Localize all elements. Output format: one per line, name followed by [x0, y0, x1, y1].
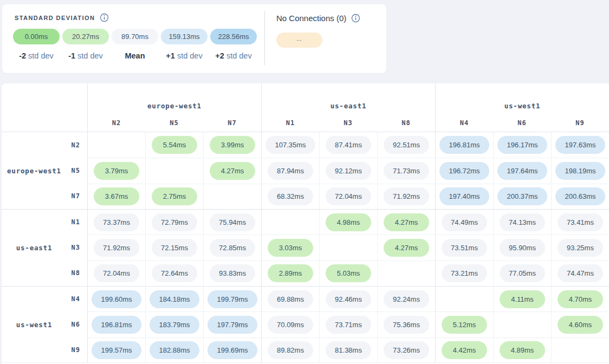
latency-pill[interactable]: 69.88ms [268, 290, 313, 308]
std-dev-label: +1 std dev [166, 51, 202, 60]
latency-pill[interactable]: 182.88ms [150, 341, 199, 359]
latency-pill[interactable]: 71.73ms [384, 162, 429, 180]
latency-pill[interactable]: 87.41ms [326, 136, 371, 154]
row-header: us-east1N3 [2, 235, 87, 260]
std-dev-value-pill: 228.56ms [210, 29, 257, 44]
latency-pill[interactable]: 199.60ms [92, 290, 141, 308]
latency-cell: 199.79ms [203, 286, 261, 311]
latency-pill[interactable]: 73.41ms [558, 213, 603, 231]
latency-pill[interactable]: 72.15ms [152, 239, 197, 257]
latency-pill[interactable]: 197.64ms [497, 162, 547, 180]
latency-pill[interactable]: 3.99ms [210, 136, 255, 154]
latency-pill[interactable]: 73.26ms [384, 341, 429, 359]
latency-pill[interactable]: 92.51ms [384, 136, 429, 154]
latency-pill[interactable]: 107.35ms [265, 136, 315, 154]
row-region-label: us-east1 [2, 244, 67, 252]
latency-pill[interactable]: 93.25ms [558, 239, 603, 257]
latency-pill[interactable]: 184.18ms [150, 290, 199, 308]
latency-pill[interactable]: 196.17ms [497, 136, 547, 154]
latency-pill[interactable]: 87.94ms [268, 162, 313, 180]
latency-pill[interactable]: 197.63ms [555, 136, 605, 154]
self-latency-cell [203, 184, 261, 209]
std-dev-value-pill: 89.70ms [112, 29, 158, 44]
latency-pill[interactable]: 199.69ms [208, 341, 257, 359]
latency-pill[interactable]: 4.27ms [384, 213, 429, 231]
latency-pill[interactable]: 75.36ms [384, 316, 429, 334]
latency-pill[interactable]: 3.79ms [94, 162, 139, 180]
latency-pill[interactable]: 75.94ms [210, 213, 255, 231]
latency-pill[interactable]: 4.42ms [442, 341, 487, 359]
latency-pill[interactable]: 72.79ms [152, 213, 197, 231]
latency-pill[interactable]: 72.64ms [152, 264, 197, 282]
latency-pill[interactable]: 200.63ms [555, 187, 605, 205]
latency-cell: 93.25ms [551, 235, 609, 260]
latency-pill[interactable]: 71.92ms [384, 187, 429, 205]
info-icon[interactable] [351, 14, 360, 23]
latency-pill[interactable]: 196.72ms [439, 162, 489, 180]
latency-pill[interactable]: 72.85ms [210, 239, 255, 257]
latency-pill[interactable]: 200.37ms [497, 187, 547, 205]
latency-cell: 71.92ms [377, 184, 435, 209]
latency-pill[interactable]: 73.51ms [442, 239, 487, 257]
latency-pill[interactable]: 4.60ms [558, 316, 603, 334]
latency-cell: 73.21ms [435, 261, 493, 286]
latency-pill[interactable]: 2.75ms [152, 187, 197, 205]
latency-pill[interactable]: 93.83ms [210, 264, 255, 282]
latency-pill[interactable]: 68.32ms [268, 187, 313, 205]
latency-pill[interactable]: 92.46ms [326, 290, 371, 308]
latency-pill[interactable]: 95.90ms [500, 239, 545, 257]
no-connections-label: No Connections (0) [276, 14, 346, 23]
latency-cell: 4.11ms [493, 286, 551, 311]
latency-pill[interactable]: 89.82ms [268, 341, 313, 359]
latency-pill[interactable]: 72.04ms [326, 187, 371, 205]
latency-cell: 200.63ms [551, 184, 609, 209]
latency-pill[interactable]: 199.57ms [92, 341, 141, 359]
latency-cell: 72.04ms [87, 261, 145, 286]
column-node-header: N2 [87, 114, 145, 132]
matrix-corner-cell [2, 83, 87, 132]
latency-pill[interactable]: 74.49ms [442, 213, 487, 231]
latency-pill[interactable]: 4.98ms [326, 213, 371, 231]
latency-pill[interactable]: 196.81ms [439, 136, 489, 154]
latency-pill[interactable]: 2.89ms [268, 264, 313, 282]
latency-pill[interactable]: 4.27ms [384, 239, 429, 257]
latency-pill[interactable]: 73.37ms [94, 213, 139, 231]
row-header: us-west1N6 [2, 311, 87, 337]
latency-pill[interactable]: 77.05ms [500, 264, 545, 282]
latency-cell: 4.98ms [319, 209, 377, 235]
latency-pill[interactable]: 4.27ms [210, 162, 255, 180]
latency-pill[interactable]: 5.12ms [442, 316, 487, 334]
latency-pill[interactable]: 70.09ms [268, 316, 313, 334]
latency-cell: 2.75ms [145, 184, 203, 209]
latency-pill[interactable]: 81.38ms [326, 341, 371, 359]
latency-pill[interactable]: 5.03ms [326, 264, 371, 282]
latency-pill[interactable]: 4.11ms [500, 290, 545, 308]
latency-pill[interactable]: 4.70ms [558, 290, 603, 308]
no-connections-pill: -- [276, 32, 322, 48]
latency-pill[interactable]: 73.71ms [326, 316, 371, 334]
latency-pill[interactable]: 73.21ms [442, 264, 487, 282]
latency-pill[interactable]: 4.89ms [500, 341, 545, 359]
latency-pill[interactable]: 197.40ms [439, 187, 489, 205]
latency-pill[interactable]: 199.79ms [208, 290, 257, 308]
latency-pill[interactable]: 92.24ms [384, 290, 429, 308]
latency-pill[interactable]: 5.54ms [152, 136, 197, 154]
latency-pill[interactable]: 3.03ms [268, 239, 313, 257]
latency-pill[interactable]: 197.79ms [208, 316, 257, 334]
latency-pill[interactable]: 74.13ms [500, 213, 545, 231]
latency-cell: 196.17ms [493, 132, 551, 158]
latency-pill[interactable]: 72.04ms [94, 264, 139, 282]
latency-cell: 4.89ms [493, 337, 551, 363]
latency-pill[interactable]: 74.47ms [558, 264, 603, 282]
row-header: N9 [2, 337, 87, 363]
latency-pill[interactable]: 71.92ms [94, 239, 139, 257]
latency-pill[interactable]: 196.81ms [92, 316, 141, 334]
latency-pill[interactable]: 183.79ms [150, 316, 199, 334]
row-node-label: N7 [72, 192, 80, 200]
latency-cell: 74.13ms [493, 209, 551, 235]
latency-pill[interactable]: 92.12ms [326, 162, 371, 180]
latency-pill[interactable]: 3.67ms [94, 187, 139, 205]
latency-pill[interactable]: 198.19ms [555, 162, 605, 180]
info-icon[interactable] [100, 13, 109, 22]
std-dev-legend-item: 20.27ms-1 std dev [62, 29, 109, 60]
